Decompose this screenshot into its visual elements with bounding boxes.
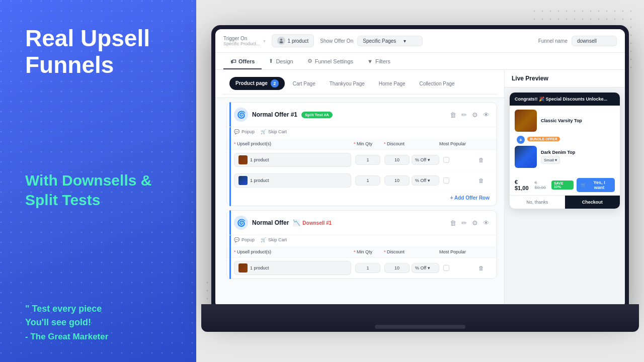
offer-1-title: Normal Offer #1 <box>252 111 297 118</box>
popup-product-2: Dark Denim Top Small ▾ <box>515 146 615 168</box>
funnel-section: Funnel name downsell <box>538 36 617 46</box>
no-thanks-btn[interactable]: No, thanks <box>510 196 565 209</box>
specific-pages-text: Specific Pages <box>363 38 396 44</box>
downsell-badge: Downsell #1 <box>302 220 332 226</box>
product-count: 1 product <box>288 38 309 44</box>
discount-type-chevron-1-2: ▾ <box>428 178 430 183</box>
popup-icon-1: 💬 <box>234 129 239 134</box>
tab-design[interactable]: ⬆ Design <box>262 53 300 69</box>
page-tab-thankyou[interactable]: Thankyou Page <box>324 78 371 89</box>
svg-point-1 <box>279 41 283 43</box>
star-4: * <box>234 249 236 254</box>
tab-funnel-settings[interactable]: ⚙ Funnel Settings <box>300 53 360 69</box>
filters-icon: ▼ <box>367 58 373 64</box>
trigger-section: Trigger On Specific Product... ▾ <box>223 36 266 46</box>
popular-checkbox-2-1[interactable] <box>443 265 449 271</box>
gear-icon-1[interactable]: ⚙ <box>472 111 478 119</box>
specific-pages-dropdown[interactable]: Specific Pages ▾ <box>357 36 423 46</box>
add-offer-btn-1[interactable]: + Add Offer Row <box>450 195 490 201</box>
qty-input-1-2[interactable]: 1 <box>355 175 380 186</box>
yes-i-want-btn[interactable]: 🛒 Yes, I want <box>577 178 615 192</box>
discount-input-1-1[interactable]: 10 <box>384 155 410 165</box>
discount-input-1-2[interactable]: 10 <box>384 175 410 186</box>
discount-type-1-1[interactable]: % Off ▾ <box>412 155 439 165</box>
product-select-1-2[interactable]: 1 product <box>234 173 351 188</box>
offer-card-1-wrapper: 🌀 Normal Offer #1 Split Test #A 🗑 ✏ ⚙ 👁 <box>222 102 497 206</box>
product-name-1-1: 1 product <box>250 157 269 162</box>
view-icon-2[interactable]: 👁 <box>483 219 490 227</box>
checkout-btn[interactable]: Checkout <box>565 196 620 209</box>
product-select-2-1[interactable]: 1 product <box>234 261 351 275</box>
show-offer-section: Show Offer On Specific Pages ▾ <box>320 36 423 46</box>
page-tab-badge: 2 <box>271 79 279 87</box>
product-avatar <box>277 37 285 45</box>
skip-cart-meta-2: 🛒 Skip Cart <box>261 237 287 242</box>
star-1: * <box>234 141 236 146</box>
view-icon-1[interactable]: 👁 <box>483 111 490 119</box>
discount-input-2-1[interactable]: 10 <box>384 263 410 273</box>
offer-1-actions: 🗑 ✏ ⚙ 👁 <box>450 111 490 119</box>
left-panel: Real UpsellFunnels With Downsells &Split… <box>0 0 196 362</box>
discount-type-1-2[interactable]: % Off ▾ <box>412 175 439 186</box>
offers-panel: Product page 2 Cart Page Thankyou Page H… <box>215 70 504 308</box>
trigger-label-group: Trigger On Specific Product... <box>223 36 260 46</box>
star-6: * <box>384 249 386 254</box>
discount-type-2-1[interactable]: % Off ▾ <box>412 263 439 273</box>
page-tab-home[interactable]: Home Page <box>373 78 412 89</box>
row-delete-2-1[interactable]: 🗑 <box>478 265 490 271</box>
size-select[interactable]: Small ▾ <box>541 156 560 164</box>
popular-checkbox-1-1[interactable] <box>443 157 449 163</box>
tab-funnel-settings-label: Funnel Settings <box>315 58 353 64</box>
offer-1-table-header: * Upsell product(s) * Min Qty * Discount… <box>227 138 497 150</box>
trigger-sub-label: Specific Product... <box>223 41 260 46</box>
product-thumb-1-2 <box>238 176 248 185</box>
offer-card-2-header: 🌀 Normal Offer 📉 Downsell #1 🗑 <box>227 211 497 235</box>
edit-icon-2[interactable]: ✏ <box>461 219 467 227</box>
skip-cart-label-2: Skip Cart <box>268 237 287 242</box>
qty-input-2-1[interactable]: 1 <box>355 263 380 273</box>
quote-section: " Test every pieceYou'll see gold! - The… <box>25 302 174 342</box>
qty-input-1-1[interactable]: 1 <box>355 155 380 165</box>
edit-icon-1[interactable]: ✏ <box>461 111 467 119</box>
popular-checkbox-1-2[interactable] <box>443 177 449 184</box>
popup-product-name-2: Dark Denim Top <box>541 150 615 155</box>
price-sale: €$1,00 <box>515 179 532 191</box>
hero-title: Real UpsellFunnels <box>25 25 174 78</box>
checkbox-cell-1-2 <box>443 177 478 184</box>
page-tab-cart[interactable]: Cart Page <box>287 78 321 89</box>
bundle-plus-icon: + <box>517 136 525 144</box>
discount-type-label-1-1: % Off <box>415 157 426 162</box>
col-product-header-1: * Upsell product(s) <box>234 141 354 146</box>
page-tab-product[interactable]: Product page 2 <box>229 77 285 90</box>
star-5: * <box>354 249 356 254</box>
show-offer-label: Show Offer On <box>320 38 353 44</box>
row-delete-1-2[interactable]: 🗑 <box>478 177 490 184</box>
delete-icon-1[interactable]: 🗑 <box>450 111 456 119</box>
tab-offers[interactable]: 🏷 Offers <box>223 53 262 69</box>
popup-product-name-1: Classic Varsity Top <box>541 118 615 123</box>
tab-design-label: Design <box>276 58 293 64</box>
row-delete-1-1[interactable]: 🗑 <box>478 157 490 163</box>
gear-icon-2[interactable]: ⚙ <box>472 219 478 227</box>
tab-filters[interactable]: ▼ Filters <box>360 53 397 69</box>
quote-text: " Test every pieceYou'll see gold! <box>25 302 174 329</box>
delete-icon-2[interactable]: 🗑 <box>450 219 456 227</box>
settings-icon: ⚙ <box>307 58 312 64</box>
product-badge[interactable]: 1 product <box>272 34 314 47</box>
page-tab-collection[interactable]: Collection Page <box>414 78 461 89</box>
tabs-bar: 🏷 Offers ⬆ Design ⚙ Funnel Settings ▼ <box>215 53 625 70</box>
product-select-1-1[interactable]: 1 product <box>234 153 351 167</box>
popup-label-2: Popup <box>242 237 255 242</box>
laptop: Trigger On Specific Product... ▾ 1 produ… <box>201 25 639 337</box>
col-discount-header-1: * Discount <box>384 141 439 146</box>
star-3: * <box>384 141 386 146</box>
tab-offers-label: Offers <box>238 58 255 64</box>
offer-2-table-header: * Upsell product(s) * Min Qty * Discount… <box>227 246 497 258</box>
product-name-2-1: 1 product <box>250 265 269 270</box>
cart-icon: 🛒 <box>581 183 586 188</box>
offer-card-2: 🌀 Normal Offer 📉 Downsell #1 🗑 <box>226 210 497 279</box>
offer-2-icon: 🌀 <box>234 216 248 230</box>
popup-product-size: Small ▾ <box>541 156 615 164</box>
subtitle-text: With Downsells &Split Tests <box>25 170 174 210</box>
quote-author: - The Great Marketer <box>25 332 174 342</box>
